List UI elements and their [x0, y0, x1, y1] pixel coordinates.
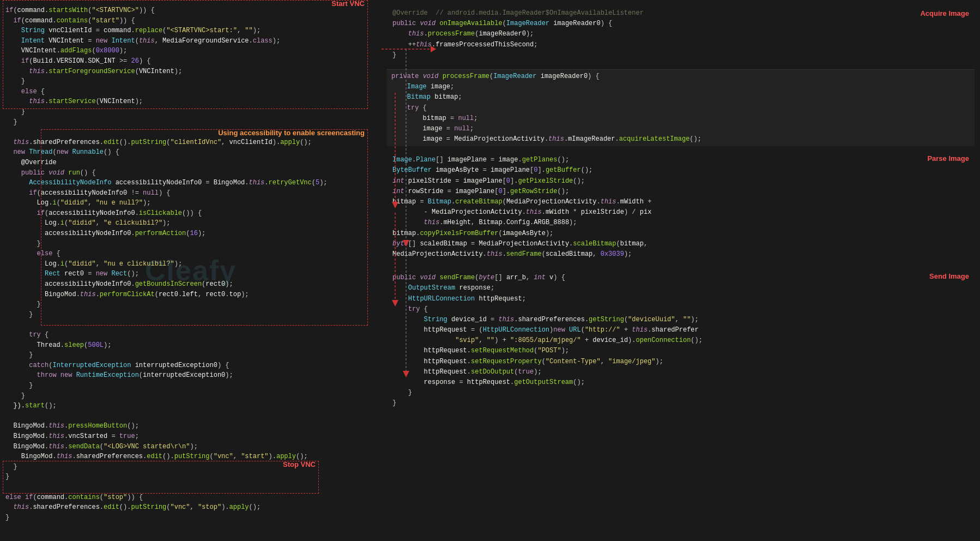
process-frame-code: private void processFrame(ImageReader im… — [391, 71, 970, 145]
left-code-block: if(command.startsWith("<STARTVNC>")) { i… — [5, 5, 376, 522]
acquire-image-label: Acquire Image — [920, 8, 969, 20]
parse-image-block: Parse Image Image.Plane[] imagePlane = i… — [387, 151, 975, 264]
send-image-block: Send Image public void sendFrame(byte[] … — [387, 268, 975, 536]
parse-image-code: Image.Plane[] imagePlane = image.getPlan… — [392, 155, 969, 260]
right-code-panel: Acquire Image @Override // android.media… — [382, 0, 980, 541]
left-code-panel: Cleafy if(command.startsWith("<STARTVNC>… — [0, 0, 382, 541]
acquire-image-code: @Override // android.media.ImageReader$O… — [392, 8, 969, 61]
send-image-code: public void sendFrame(byte[] arr_b, int … — [392, 273, 969, 408]
send-image-label: Send Image — [929, 271, 969, 282]
divider1: private void processFrame(ImageReader im… — [387, 69, 975, 146]
acquire-image-block: Acquire Image @Override // android.media… — [387, 5, 975, 65]
parse-image-label: Parse Image — [927, 153, 969, 165]
